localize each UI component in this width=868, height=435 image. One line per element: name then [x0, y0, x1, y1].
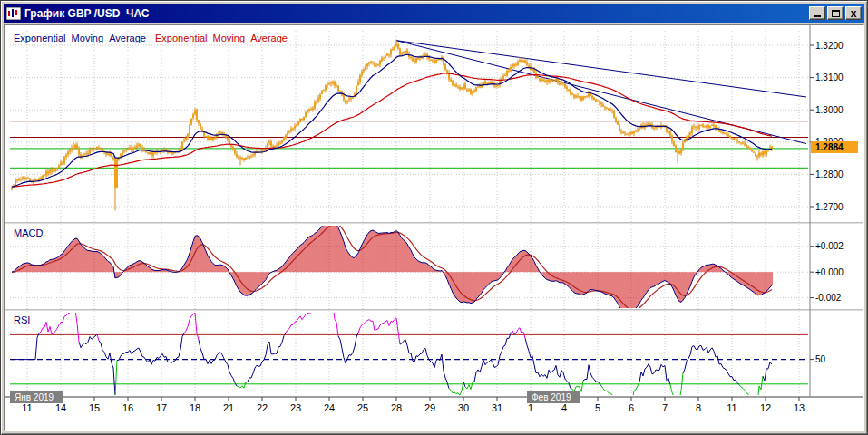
- x-tick-label: 23: [290, 402, 301, 413]
- ema-slow-line: [12, 73, 772, 187]
- chart-canvas[interactable]: Exponential_Moving_AverageExponential_Mo…: [5, 25, 863, 430]
- x-tick-label: 8: [696, 402, 701, 413]
- rsi-series: [10, 304, 808, 410]
- close-icon: x: [851, 8, 857, 19]
- x-tick-label: 4: [561, 402, 567, 413]
- x-tick-label: 31: [492, 402, 502, 413]
- indicator-label-ema: Exponential_Moving_AverageExponential_Mo…: [14, 33, 288, 44]
- x-tick-label: 16: [122, 402, 133, 413]
- minimize-icon: [814, 15, 821, 17]
- macd-label: MACD: [14, 227, 43, 238]
- x-tick-label: 13: [794, 402, 805, 413]
- x-tick-label: 1: [528, 402, 533, 413]
- gridlines: [10, 31, 808, 395]
- month-badge-label: Янв 2019: [15, 392, 54, 402]
- titlebar[interactable]: График GBP /USD ЧАС x: [4, 4, 864, 23]
- x-tick-label: 5: [595, 402, 600, 413]
- macd-line: [12, 220, 772, 314]
- chart-window: График GBP /USD ЧАС x Exponential_Moving…: [0, 0, 868, 435]
- window-controls: x: [809, 6, 862, 20]
- close-button[interactable]: x: [845, 6, 862, 20]
- x-tick-label: 11: [22, 402, 32, 413]
- price-tick-label: 1.2700: [815, 202, 844, 212]
- window-title: График GBP /USD ЧАС: [24, 7, 805, 20]
- x-tick-label: 24: [324, 402, 335, 413]
- rsi-scale[interactable]: 50: [810, 354, 826, 364]
- x-tick-label: 18: [190, 402, 200, 413]
- price-tick-label: 1.2800: [815, 169, 844, 179]
- candlesticks: [11, 40, 773, 210]
- x-tick-label: 21: [223, 402, 234, 413]
- x-tick-label: 11: [727, 402, 736, 413]
- chart-area[interactable]: Exponential_Moving_AverageExponential_Mo…: [4, 24, 864, 431]
- ema-fast-line: [12, 54, 772, 187]
- price-tick-label: 1.3200: [815, 41, 844, 51]
- x-tick-label: 30: [458, 402, 469, 413]
- macd-tick-label: +0.002: [815, 241, 844, 251]
- x-tick-label: 28: [391, 402, 402, 413]
- x-tick-label: 17: [156, 402, 167, 413]
- macd-tick-label: -0.002: [815, 293, 842, 303]
- x-tick-label: 25: [357, 402, 368, 413]
- x-tick-label: 6: [629, 402, 634, 413]
- month-badge: Фев 2019: [527, 392, 580, 403]
- price-tick-label: 1.3000: [815, 105, 844, 115]
- macd-signal-line: [12, 224, 772, 310]
- current-price-label: 1.2884: [815, 142, 844, 152]
- x-tick-label: 15: [89, 402, 100, 413]
- maximize-icon: [832, 10, 840, 17]
- x-tick-label: 22: [257, 402, 268, 413]
- x-tick-label: 12: [760, 402, 771, 413]
- price-tick-label: 1.3100: [815, 72, 844, 82]
- maximize-button[interactable]: [827, 6, 844, 20]
- current-price-badge: 1.2884: [811, 141, 858, 153]
- rsi-tick-label: 50: [815, 354, 826, 364]
- minimize-button[interactable]: [809, 6, 825, 20]
- price-levels: [10, 121, 808, 169]
- macd-tick-label: +0.000: [815, 267, 844, 277]
- macd-series: [12, 220, 772, 314]
- price-scale[interactable]: 1.32001.31001.30001.29001.28001.2700: [810, 41, 844, 212]
- x-axis[interactable]: 1114151617182122232425282930311456781112…: [22, 397, 805, 413]
- macd-histogram: [12, 220, 772, 314]
- macd-scale[interactable]: +0.002+0.000-0.002: [810, 241, 844, 303]
- x-tick-label: 14: [55, 402, 66, 413]
- x-tick-label: 29: [424, 402, 435, 413]
- month-badge-label: Фев 2019: [532, 392, 571, 402]
- chart-icon: [6, 7, 21, 20]
- rsi-label: RSI: [14, 314, 30, 325]
- month-badge: Янв 2019: [10, 392, 63, 403]
- x-tick-label: 7: [662, 402, 668, 413]
- candle-bodies: [11, 44, 773, 188]
